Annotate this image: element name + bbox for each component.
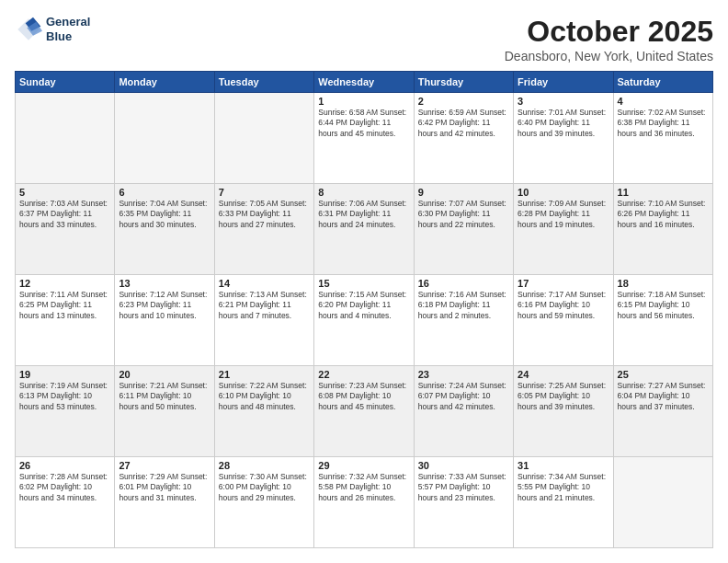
location: Deansboro, New York, United States (505, 49, 713, 63)
day-number: 20 (119, 369, 210, 380)
day-cell: 4Sunrise: 7:02 AM Sunset: 6:38 PM Daylig… (613, 93, 712, 184)
day-cell: 18Sunrise: 7:18 AM Sunset: 6:15 PM Dayli… (613, 275, 712, 366)
day-info: Sunrise: 7:23 AM Sunset: 6:08 PM Dayligh… (318, 381, 409, 412)
day-info: Sunrise: 7:11 AM Sunset: 6:25 PM Dayligh… (19, 290, 110, 321)
day-number: 5 (19, 187, 110, 198)
col-header-tuesday: Tuesday (214, 72, 313, 93)
day-info: Sunrise: 7:34 AM Sunset: 5:55 PM Dayligh… (518, 472, 609, 503)
day-cell: 6Sunrise: 7:04 AM Sunset: 6:35 PM Daylig… (115, 184, 214, 275)
day-cell: 21Sunrise: 7:22 AM Sunset: 6:10 PM Dayli… (214, 366, 313, 457)
day-number: 17 (518, 278, 609, 289)
logo-icon (15, 16, 42, 43)
header: General Blue October 2025 Deansboro, New… (15, 15, 713, 63)
day-info: Sunrise: 7:02 AM Sunset: 6:38 PM Dayligh… (618, 108, 709, 139)
day-cell: 29Sunrise: 7:32 AM Sunset: 5:58 PM Dayli… (314, 457, 414, 548)
day-cell: 7Sunrise: 7:05 AM Sunset: 6:33 PM Daylig… (214, 184, 313, 275)
day-info: Sunrise: 7:22 AM Sunset: 6:10 PM Dayligh… (219, 381, 310, 412)
day-cell: 27Sunrise: 7:29 AM Sunset: 6:01 PM Dayli… (115, 457, 214, 548)
col-header-thursday: Thursday (414, 72, 513, 93)
day-number: 6 (119, 187, 210, 198)
day-number: 11 (618, 187, 709, 198)
day-info: Sunrise: 7:07 AM Sunset: 6:30 PM Dayligh… (418, 199, 509, 230)
day-number: 16 (418, 278, 509, 289)
day-info: Sunrise: 6:58 AM Sunset: 6:44 PM Dayligh… (318, 108, 409, 139)
day-cell (115, 93, 214, 184)
day-cell: 8Sunrise: 7:06 AM Sunset: 6:31 PM Daylig… (314, 184, 414, 275)
day-info: Sunrise: 7:05 AM Sunset: 6:33 PM Dayligh… (219, 199, 310, 230)
day-info: Sunrise: 7:30 AM Sunset: 6:00 PM Dayligh… (219, 472, 310, 503)
day-cell: 31Sunrise: 7:34 AM Sunset: 5:55 PM Dayli… (514, 457, 613, 548)
day-info: Sunrise: 7:18 AM Sunset: 6:15 PM Dayligh… (618, 290, 709, 321)
day-cell: 1Sunrise: 6:58 AM Sunset: 6:44 PM Daylig… (314, 93, 414, 184)
day-number: 3 (518, 96, 609, 107)
col-header-friday: Friday (514, 72, 613, 93)
day-cell: 22Sunrise: 7:23 AM Sunset: 6:08 PM Dayli… (314, 366, 414, 457)
week-row-0: 1Sunrise: 6:58 AM Sunset: 6:44 PM Daylig… (16, 93, 713, 184)
day-number: 15 (318, 278, 409, 289)
day-number: 25 (618, 369, 709, 380)
day-info: Sunrise: 7:10 AM Sunset: 6:26 PM Dayligh… (618, 199, 709, 230)
day-info: Sunrise: 7:28 AM Sunset: 6:02 PM Dayligh… (19, 472, 110, 503)
day-number: 7 (219, 187, 310, 198)
day-cell (214, 93, 313, 184)
day-cell: 30Sunrise: 7:33 AM Sunset: 5:57 PM Dayli… (414, 457, 513, 548)
day-info: Sunrise: 7:17 AM Sunset: 6:16 PM Dayligh… (518, 290, 609, 321)
day-number: 13 (119, 278, 210, 289)
day-number: 2 (418, 96, 509, 107)
day-cell: 12Sunrise: 7:11 AM Sunset: 6:25 PM Dayli… (16, 275, 115, 366)
day-number: 26 (19, 460, 110, 471)
day-info: Sunrise: 7:21 AM Sunset: 6:11 PM Dayligh… (119, 381, 210, 412)
week-row-2: 12Sunrise: 7:11 AM Sunset: 6:25 PM Dayli… (16, 275, 713, 366)
day-info: Sunrise: 6:59 AM Sunset: 6:42 PM Dayligh… (418, 108, 509, 139)
week-row-3: 19Sunrise: 7:19 AM Sunset: 6:13 PM Dayli… (16, 366, 713, 457)
day-cell (613, 457, 712, 548)
day-info: Sunrise: 7:33 AM Sunset: 5:57 PM Dayligh… (418, 472, 509, 503)
day-number: 10 (518, 187, 609, 198)
day-number: 23 (418, 369, 509, 380)
day-info: Sunrise: 7:24 AM Sunset: 6:07 PM Dayligh… (418, 381, 509, 412)
day-cell: 5Sunrise: 7:03 AM Sunset: 6:37 PM Daylig… (16, 184, 115, 275)
day-cell (16, 93, 115, 184)
day-cell: 3Sunrise: 7:01 AM Sunset: 6:40 PM Daylig… (514, 93, 613, 184)
day-info: Sunrise: 7:25 AM Sunset: 6:05 PM Dayligh… (518, 381, 609, 412)
page: General Blue October 2025 Deansboro, New… (0, 0, 728, 563)
day-info: Sunrise: 7:12 AM Sunset: 6:23 PM Dayligh… (119, 290, 210, 321)
col-header-sunday: Sunday (16, 72, 115, 93)
col-header-saturday: Saturday (613, 72, 712, 93)
day-info: Sunrise: 7:15 AM Sunset: 6:20 PM Dayligh… (318, 290, 409, 321)
day-cell: 20Sunrise: 7:21 AM Sunset: 6:11 PM Dayli… (115, 366, 214, 457)
day-number: 8 (318, 187, 409, 198)
day-number: 12 (19, 278, 110, 289)
day-cell: 19Sunrise: 7:19 AM Sunset: 6:13 PM Dayli… (16, 366, 115, 457)
day-cell: 9Sunrise: 7:07 AM Sunset: 6:30 PM Daylig… (414, 184, 513, 275)
day-number: 14 (219, 278, 310, 289)
day-cell: 28Sunrise: 7:30 AM Sunset: 6:00 PM Dayli… (214, 457, 313, 548)
header-row: SundayMondayTuesdayWednesdayThursdayFrid… (16, 72, 713, 93)
day-number: 22 (318, 369, 409, 380)
day-number: 24 (518, 369, 609, 380)
week-row-1: 5Sunrise: 7:03 AM Sunset: 6:37 PM Daylig… (16, 184, 713, 275)
day-cell: 15Sunrise: 7:15 AM Sunset: 6:20 PM Dayli… (314, 275, 414, 366)
day-cell: 11Sunrise: 7:10 AM Sunset: 6:26 PM Dayli… (613, 184, 712, 275)
col-header-wednesday: Wednesday (314, 72, 414, 93)
day-number: 30 (418, 460, 509, 471)
logo: General Blue (15, 15, 90, 43)
month-title: October 2025 (505, 15, 713, 49)
day-cell: 23Sunrise: 7:24 AM Sunset: 6:07 PM Dayli… (414, 366, 513, 457)
day-number: 31 (518, 460, 609, 471)
day-cell: 10Sunrise: 7:09 AM Sunset: 6:28 PM Dayli… (514, 184, 613, 275)
day-number: 21 (219, 369, 310, 380)
day-info: Sunrise: 7:27 AM Sunset: 6:04 PM Dayligh… (618, 381, 709, 412)
day-number: 9 (418, 187, 509, 198)
day-cell: 13Sunrise: 7:12 AM Sunset: 6:23 PM Dayli… (115, 275, 214, 366)
day-cell: 17Sunrise: 7:17 AM Sunset: 6:16 PM Dayli… (514, 275, 613, 366)
calendar: SundayMondayTuesdayWednesdayThursdayFrid… (15, 71, 713, 548)
day-cell: 26Sunrise: 7:28 AM Sunset: 6:02 PM Dayli… (16, 457, 115, 548)
day-info: Sunrise: 7:16 AM Sunset: 6:18 PM Dayligh… (418, 290, 509, 321)
day-cell: 24Sunrise: 7:25 AM Sunset: 6:05 PM Dayli… (514, 366, 613, 457)
day-info: Sunrise: 7:04 AM Sunset: 6:35 PM Dayligh… (119, 199, 210, 230)
day-cell: 16Sunrise: 7:16 AM Sunset: 6:18 PM Dayli… (414, 275, 513, 366)
day-info: Sunrise: 7:09 AM Sunset: 6:28 PM Dayligh… (518, 199, 609, 230)
day-number: 4 (618, 96, 709, 107)
title-area: October 2025 Deansboro, New York, United… (505, 15, 713, 63)
